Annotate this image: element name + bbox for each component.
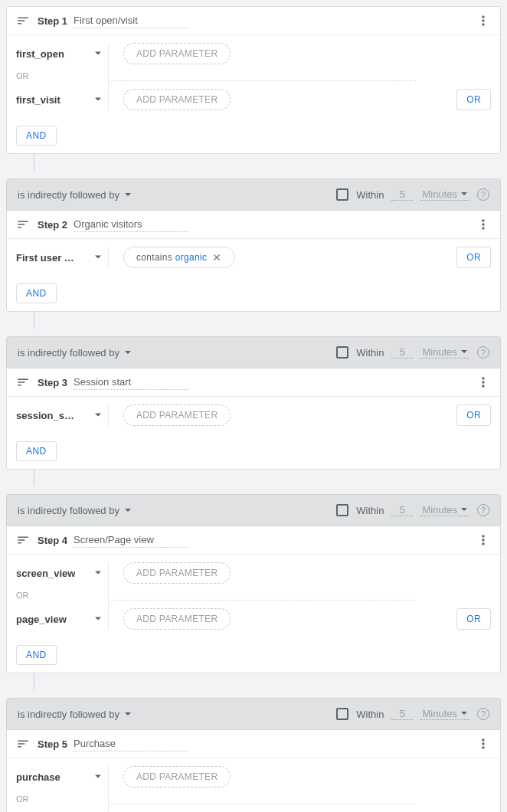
add-parameter-chip[interactable]: ADD PARAMETER (123, 562, 231, 584)
chevron-down-icon (460, 506, 468, 513)
close-icon[interactable] (211, 252, 222, 263)
followed-by-select[interactable]: is indirectly followed by (18, 189, 209, 201)
condition-row: screen_view ADD PARAMETER (7, 555, 500, 591)
help-icon[interactable]: ? (477, 346, 489, 359)
and-row: AND (7, 434, 500, 469)
add-parameter-chip[interactable]: ADD PARAMETER (123, 608, 231, 630)
condition-row: in_app_pur… ADD PARAMETER OR (7, 804, 500, 812)
and-button[interactable]: AND (16, 283, 57, 303)
step-header: Step 4 Screen/Page view (7, 526, 500, 555)
within-checkbox[interactable] (336, 708, 348, 720)
and-button[interactable]: AND (16, 645, 57, 665)
step-header: Step 1 First open/visit (7, 7, 500, 35)
add-parameter-chip[interactable]: ADD PARAMETER (123, 89, 231, 110)
time-unit-select[interactable]: Minutes (420, 188, 469, 201)
divider-line (108, 247, 109, 268)
within-label: Within (356, 189, 384, 201)
divider-line (108, 43, 109, 110)
step-card: Step 3 Session start session_st… ADD PAR… (6, 368, 501, 470)
followed-by-label: is indirectly followed by (18, 189, 119, 201)
dimension-select[interactable]: first_open (16, 47, 108, 60)
more-vert-icon[interactable] (476, 13, 491, 28)
within-value[interactable]: 5 (391, 188, 413, 201)
chevron-down-icon (94, 96, 102, 103)
within-checkbox[interactable] (336, 188, 348, 201)
step-header: Step 3 Session start (7, 368, 500, 397)
add-parameter-chip[interactable]: ADD PARAMETER (123, 766, 231, 787)
step-header: Step 2 Organic visitors (7, 211, 500, 239)
dimension-select[interactable]: page_view (16, 613, 108, 625)
dimension-select[interactable]: purchase (16, 771, 108, 783)
or-button[interactable]: OR (456, 247, 491, 268)
dimension-select[interactable]: screen_view (16, 567, 108, 579)
time-unit-label: Minutes (422, 504, 457, 516)
sort-icon (16, 218, 30, 231)
step-label: Step 4 (38, 535, 67, 546)
and-button[interactable]: AND (16, 441, 57, 461)
within-value[interactable]: 5 (391, 346, 413, 359)
step-title-input[interactable]: First open/visit (74, 13, 188, 28)
condition-row: first_visit ADD PARAMETER OR (7, 81, 500, 118)
step-card: Step 5 Purchase purchase ADD PARAMETER O… (6, 730, 501, 812)
or-button[interactable]: OR (456, 608, 491, 630)
help-icon[interactable]: ? (477, 504, 489, 516)
more-vert-icon[interactable] (476, 217, 491, 232)
step-label: Step 3 (38, 377, 67, 388)
and-row: AND (7, 637, 500, 673)
conditions-container: session_st… ADD PARAMETER OR (7, 397, 500, 434)
within-label: Within (356, 505, 384, 516)
followed-by-label: is indirectly followed by (18, 709, 119, 720)
condition-row: first_open ADD PARAMETER (7, 35, 500, 72)
add-parameter-chip[interactable]: ADD PARAMETER (123, 404, 231, 426)
connector-line (34, 673, 501, 690)
or-button[interactable]: OR (456, 89, 491, 110)
chevron-down-icon (460, 348, 468, 355)
followed-by-select[interactable]: is indirectly followed by (18, 505, 209, 516)
more-vert-icon[interactable] (476, 375, 491, 390)
connector-line (34, 154, 501, 171)
followed-by-bar: is indirectly followed by Within 5 Minut… (6, 698, 501, 730)
chevron-down-icon (94, 569, 102, 577)
more-vert-icon[interactable] (476, 532, 491, 548)
step-title-input[interactable]: Organic visitors (74, 217, 188, 232)
dimension-select[interactable]: first_visit (16, 93, 108, 106)
within-checkbox[interactable] (336, 504, 348, 516)
followed-by-select[interactable]: is indirectly followed by (18, 709, 209, 720)
conditions-container: first_open ADD PARAMETER OR first_visit … (7, 35, 500, 118)
within-label: Within (356, 347, 384, 359)
help-icon[interactable]: ? (477, 708, 489, 720)
parameter-chip[interactable]: contains organic (123, 247, 235, 268)
dimension-select[interactable]: First user … (16, 251, 108, 264)
chevron-down-icon (124, 191, 132, 198)
step-label: Step 2 (38, 219, 67, 231)
within-value[interactable]: 5 (391, 708, 413, 720)
chevron-down-icon (94, 411, 102, 419)
time-unit-select[interactable]: Minutes (420, 504, 469, 516)
conditions-container: purchase ADD PARAMETER OR in_app_pur… AD… (7, 758, 500, 812)
step-title-input[interactable]: Screen/Page view (74, 532, 188, 548)
within-value[interactable]: 5 (391, 504, 413, 516)
chevron-down-icon (94, 254, 102, 261)
time-unit-select[interactable]: Minutes (420, 708, 469, 720)
and-button[interactable]: AND (16, 126, 57, 146)
time-unit-select[interactable]: Minutes (420, 346, 469, 359)
divider-line (108, 562, 109, 630)
or-button[interactable]: OR (456, 404, 491, 426)
within-checkbox[interactable] (336, 346, 348, 359)
add-parameter-chip[interactable]: ADD PARAMETER (123, 43, 231, 64)
followed-by-select[interactable]: is indirectly followed by (18, 347, 209, 359)
step-card: Step 2 Organic visitors First user … con… (6, 211, 501, 312)
more-vert-icon[interactable] (476, 736, 491, 751)
step-title-input[interactable]: Session start (74, 375, 188, 390)
sort-icon (16, 737, 30, 751)
chevron-down-icon (94, 773, 102, 781)
within-label: Within (356, 709, 384, 720)
step-title-input[interactable]: Purchase (74, 736, 188, 751)
dimension-select[interactable]: session_st… (16, 409, 108, 421)
step-card: Step 4 Screen/Page view screen_view ADD … (6, 526, 501, 673)
help-icon[interactable]: ? (477, 188, 489, 201)
followed-by-bar: is indirectly followed by Within 5 Minut… (6, 178, 501, 211)
dimension-name: first_visit (16, 94, 61, 106)
connector-line (34, 312, 501, 329)
chevron-down-icon (460, 709, 468, 717)
